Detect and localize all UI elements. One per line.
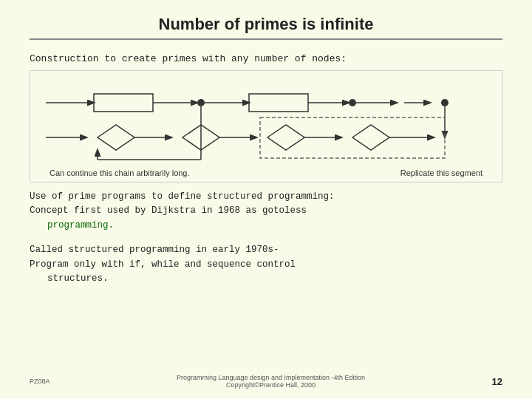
para2-line3: structures. — [30, 272, 502, 286]
footer: PZ08A Programming Language design and Im… — [30, 374, 502, 389]
svg-point-3 — [197, 99, 205, 106]
para1-line1: Use of prime programs to define structur… — [30, 190, 502, 204]
footer-center-line1: Programming Language design and Implemen… — [50, 374, 492, 381]
para1-line3: programming. — [30, 219, 502, 233]
footer-center: Programming Language design and Implemen… — [50, 374, 492, 389]
svg-marker-13 — [98, 125, 134, 150]
footer-center-line2: Copyright©Prentice Hall, 2000 — [50, 381, 492, 389]
slide: Number of primes is infinite Constructio… — [0, 0, 532, 399]
subtitle: Construction to create primes with any n… — [30, 53, 502, 64]
svg-marker-17 — [267, 125, 304, 150]
para2-line2: Program only with if, while and sequence… — [30, 258, 502, 272]
diagram-container: Can continue this chain arbitrarily long… — [30, 70, 502, 183]
svg-marker-19 — [352, 125, 389, 150]
slide-title: Number of primes is infinite — [30, 15, 502, 40]
diagram-labels: Can continue this chain arbitrarily long… — [42, 167, 490, 177]
footer-page-number: 12 — [492, 376, 502, 387]
diagram-svg — [42, 78, 515, 167]
footer-left: PZ08A — [30, 378, 50, 385]
svg-point-7 — [349, 99, 356, 106]
svg-rect-5 — [249, 94, 308, 112]
diagram-label-left: Can continue this chain arbitrarily long… — [50, 168, 190, 177]
para1-line2: Concept first used by Dijkstra in 1968 a… — [30, 204, 502, 218]
paragraph2: Called structured programming in early 1… — [30, 243, 502, 286]
svg-point-10 — [441, 99, 449, 106]
para2-line1: Called structured programming in early 1… — [30, 243, 502, 257]
diagram-label-right: Replicate this segment — [400, 168, 482, 177]
paragraph1: Use of prime programs to define structur… — [30, 190, 502, 233]
svg-rect-1 — [94, 94, 153, 112]
